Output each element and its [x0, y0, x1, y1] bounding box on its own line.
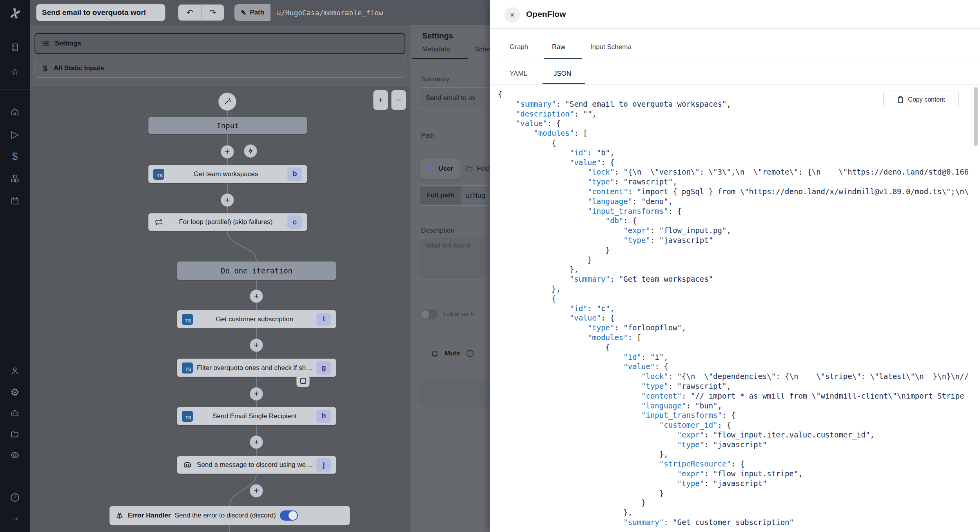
add-step-button[interactable]: +: [250, 339, 263, 352]
json-code-line: "type": "forloopflow",: [498, 323, 977, 333]
typescript-icon: TS: [182, 411, 193, 422]
tab-raw[interactable]: Raw: [552, 43, 565, 51]
all-static-inputs-button[interactable]: $ All Static Inputs: [34, 59, 405, 78]
variables-dollar-icon[interactable]: $: [0, 148, 30, 165]
full-path-value: u/Hug: [461, 186, 490, 205]
zoom-out-button[interactable]: −: [391, 90, 406, 110]
home-icon[interactable]: [0, 103, 30, 120]
close-icon[interactable]: ×: [505, 7, 520, 23]
tab-input-schema[interactable]: Input Schema: [590, 43, 632, 51]
node-send-email[interactable]: TS Send Email Single Recipient h: [177, 407, 336, 425]
node-get-customer-subscription[interactable]: TS Get customer subscription i: [177, 310, 336, 328]
settings-panel: Settings Metadata Schema Summary Send em…: [410, 25, 490, 532]
add-step-button[interactable]: +: [221, 193, 234, 207]
info-icon: [466, 349, 474, 358]
owner-folder-button[interactable]: Folder: [465, 159, 490, 179]
add-step-button[interactable]: +: [221, 145, 234, 159]
summary-input[interactable]: Send email to ov: [420, 87, 490, 109]
json-code-line: "value": {: [498, 313, 977, 323]
windmill-logo-icon[interactable]: [0, 5, 30, 22]
redo-button[interactable]: ↷: [201, 5, 224, 20]
subtab-yaml[interactable]: YAML: [510, 70, 527, 78]
mute-label[interactable]: Mute: [445, 350, 460, 357]
expand-arrow-icon[interactable]: →: [0, 508, 30, 526]
json-code-line: }: [498, 255, 977, 265]
add-step-button[interactable]: +: [250, 290, 263, 303]
tab-schema[interactable]: Schema: [475, 46, 490, 53]
json-code-line: "lock": "{\n \"version\": \"3\",\n \"rem…: [498, 167, 977, 177]
json-code-line: "summary": "Get customer subscription": [498, 517, 977, 527]
json-code-line: "type": "javascript": [498, 235, 977, 245]
subtabs-divider: [490, 84, 980, 85]
schedules-calendar-icon[interactable]: [0, 192, 30, 210]
json-code-line: }: [498, 488, 977, 498]
folders-icon[interactable]: [0, 426, 30, 443]
json-code-line: "db": {: [498, 216, 977, 226]
add-trigger-button[interactable]: [244, 144, 257, 158]
json-code-line: {: [498, 294, 977, 304]
node-label: Filter overquota ones and check if sh…: [193, 364, 316, 372]
settings-empty-field[interactable]: [420, 380, 490, 407]
label-toggle[interactable]: [420, 309, 438, 319]
all-static-inputs-label: All Static Inputs: [54, 64, 104, 72]
stop-early-button[interactable]: [296, 374, 310, 387]
json-code-line: "content": "import { pgSql } from \"http…: [498, 187, 977, 197]
json-code-line: "id": "b",: [498, 148, 977, 158]
workspace-icon[interactable]: [0, 38, 30, 56]
node-label: Input: [153, 121, 302, 130]
json-code-line: "value": {: [498, 158, 977, 168]
ai-wand-button[interactable]: [218, 93, 236, 111]
json-code-line: "expr": "flow_input.iter.value.customer_…: [498, 430, 977, 440]
zoom-in-button[interactable]: +: [373, 90, 388, 110]
add-step-button[interactable]: +: [250, 387, 263, 401]
flow-name-input[interactable]: [36, 4, 165, 21]
node-filter-overquota[interactable]: TS Filter overquota ones and check if sh…: [177, 359, 336, 377]
users-person-icon[interactable]: [0, 362, 30, 379]
json-code-view[interactable]: { "summary": "Send email to overquota wo…: [498, 89, 977, 532]
owner-user-button[interactable]: User: [420, 159, 461, 179]
flow-settings-button[interactable]: Settings: [34, 33, 405, 54]
tab-graph[interactable]: Graph: [510, 43, 528, 51]
node-do-one-iteration[interactable]: Do one iteration: [177, 261, 336, 280]
node-input[interactable]: Input: [148, 117, 307, 134]
tab-metadata[interactable]: Metadata: [422, 46, 450, 53]
favorites-star-icon[interactable]: ☆: [0, 63, 30, 80]
tabs-divider: [410, 60, 490, 60]
flow-graph-canvas[interactable]: + − Input + TS Get team workspaces b + F…: [30, 85, 410, 532]
subtab-json[interactable]: JSON: [554, 70, 571, 78]
svg-text:?: ?: [14, 495, 16, 500]
sidebar: ☆ ▷ $ ⚙ ? →: [0, 0, 30, 532]
error-handler-toggle[interactable]: [280, 510, 298, 521]
resources-cubes-icon[interactable]: [0, 170, 30, 187]
add-step-button[interactable]: +: [250, 435, 263, 449]
description-textarea[interactable]: What this flow d: [420, 237, 490, 279]
undo-button[interactable]: ↶: [178, 5, 201, 20]
full-path-field[interactable]: Full path u/Hug: [420, 185, 490, 206]
bug-icon: [115, 511, 124, 520]
json-code-line: "modules": [: [498, 128, 977, 138]
node-error-handler[interactable]: Error HandlerSend the error to discord (…: [109, 506, 350, 525]
json-code-line: "type": "rawscript",: [498, 381, 977, 391]
node-for-loop[interactable]: For loop (parallel) (skip failures) c: [148, 213, 307, 231]
node-label: Do one iteration: [182, 266, 331, 275]
audit-eye-icon[interactable]: [0, 446, 30, 464]
json-code-line: {: [498, 343, 977, 352]
person-icon: [427, 165, 435, 173]
node-discord-message[interactable]: Send a message to discord using we… j: [177, 456, 336, 474]
settings-gear-icon[interactable]: ⚙: [0, 384, 30, 401]
flow-editor-panel: Settings $ All Static Inputs: [30, 25, 410, 532]
scrollbar-thumb[interactable]: [974, 87, 978, 146]
runs-play-icon[interactable]: ▷: [0, 126, 30, 143]
json-code-line: "type": "javascript": [498, 479, 977, 488]
add-step-button[interactable]: +: [250, 484, 263, 497]
json-code-line: "stripeResource": {: [498, 459, 977, 469]
node-label: Send a message to discord using we…: [193, 461, 316, 469]
path-label: Path: [421, 132, 435, 140]
workers-robot-icon[interactable]: [0, 404, 30, 422]
help-icon[interactable]: ?: [0, 489, 30, 506]
node-get-team-workspaces[interactable]: TS Get team workspaces b: [148, 165, 307, 183]
edit-path-button[interactable]: ✎ Path: [234, 4, 270, 21]
json-code-line: "type": "javascript": [498, 440, 977, 450]
typescript-icon: TS: [182, 363, 193, 373]
undo-redo-group: ↶ ↷: [178, 4, 224, 21]
